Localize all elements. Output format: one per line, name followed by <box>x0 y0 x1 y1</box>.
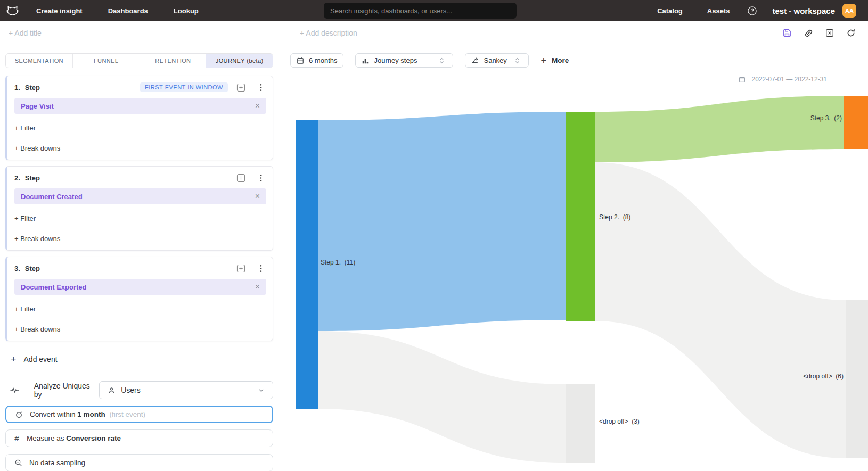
step-number: 1. <box>14 84 20 92</box>
user-icon <box>106 385 117 395</box>
add-event-to-step-icon[interactable] <box>235 172 246 183</box>
sankey-node-dropoff-3[interactable] <box>566 384 595 463</box>
analyze-label: Analyze Uniques by <box>34 382 99 399</box>
add-title-field[interactable]: + Add title <box>9 29 42 37</box>
remove-event-icon[interactable]: × <box>255 102 260 110</box>
add-event-to-step-icon[interactable] <box>235 82 246 93</box>
measure-as-value: Conversion rate <box>66 434 121 442</box>
analyze-by-select[interactable]: Users <box>99 381 273 399</box>
chart-panel: 6 months Journey steps <box>278 46 868 471</box>
navbar-right: Catalog Assets test - workspace AA <box>657 4 856 18</box>
sankey-node-dropoff-6[interactable] <box>846 300 868 458</box>
bar-chart-icon <box>362 57 369 64</box>
node-label-step2: Step 2. (8) <box>599 213 630 221</box>
sankey-node-step1[interactable] <box>296 120 318 409</box>
add-event-button[interactable]: + Add event <box>5 352 273 366</box>
convert-within-suffix: (first event) <box>110 410 146 418</box>
chevron-down-icon <box>256 385 266 395</box>
save-icon[interactable] <box>782 28 792 38</box>
plus-icon: + <box>11 354 17 364</box>
analyze-by-value: Users <box>121 386 141 394</box>
step-title: Step <box>25 174 40 182</box>
measure-as-setting[interactable]: # Measure as Conversion rate <box>5 429 273 447</box>
event-pill[interactable]: Document Exported × <box>14 279 266 295</box>
sankey-node-step3[interactable] <box>844 96 868 149</box>
chart-type-select[interactable]: Journey steps <box>355 53 453 68</box>
search-input[interactable] <box>324 3 517 19</box>
sampling-magnifier-icon <box>13 458 23 468</box>
nav-assets[interactable]: Assets <box>707 7 730 15</box>
link-icon[interactable] <box>803 28 814 38</box>
time-window-button[interactable]: 6 months <box>290 53 343 68</box>
stopwatch-icon <box>13 409 24 420</box>
step-number: 3. <box>14 265 20 272</box>
sankey-icon <box>471 57 479 64</box>
insight-type-tabs: SEGMENTATION FUNNEL RETENTION JOURNEY (b… <box>5 53 273 68</box>
conversion-window-setting[interactable]: Convert within 1 month (first event) <box>5 406 273 423</box>
tab-funnel[interactable]: FUNNEL <box>72 54 140 68</box>
add-filter-button[interactable]: + Filter <box>14 212 266 225</box>
nav-dashboards[interactable]: Dashboards <box>108 7 148 15</box>
workspace-name[interactable]: test - workspace <box>772 6 835 15</box>
step-menu-kebab-icon[interactable] <box>256 172 266 183</box>
nav-lookup[interactable]: Lookup <box>174 7 199 15</box>
flow-step1-to-dropoff <box>318 331 566 463</box>
step-menu-kebab-icon[interactable] <box>256 263 266 274</box>
first-event-badge: FIRST EVENT IN WINDOW <box>140 82 228 92</box>
clear-chart-icon[interactable] <box>824 28 835 38</box>
sankey-chart: Step 1. (11) Step 2. (8) Step 3. (2) <dr… <box>282 75 868 471</box>
query-builder-panel: SEGMENTATION FUNNEL RETENTION JOURNEY (b… <box>0 46 278 471</box>
convert-within-prefix: Convert within <box>30 410 76 418</box>
node-label-dropoff-6: <drop off> (6) <box>803 373 844 380</box>
nav-catalog[interactable]: Catalog <box>657 7 683 15</box>
top-navbar: Create insight Dashboards Lookup Catalog… <box>0 0 868 21</box>
convert-within-value: 1 month <box>77 410 105 418</box>
select-stepper-icon <box>512 55 522 66</box>
cat-logo-icon[interactable] <box>4 3 20 19</box>
add-event-to-step-icon[interactable] <box>235 263 246 274</box>
event-pill[interactable]: Document Created × <box>14 188 266 204</box>
select-stepper-icon <box>436 55 447 66</box>
add-filter-button[interactable]: + Filter <box>14 121 266 134</box>
step-title: Step <box>25 265 40 272</box>
add-event-label: Add event <box>24 355 58 363</box>
refresh-icon[interactable] <box>846 28 856 38</box>
add-filter-button[interactable]: + Filter <box>14 302 266 315</box>
calendar-icon <box>297 57 304 64</box>
sankey-node-step2[interactable] <box>566 112 595 321</box>
viz-type-select[interactable]: Sankey <box>465 53 529 68</box>
tab-journey[interactable]: JOURNEY (beta) <box>206 54 273 68</box>
add-breakdown-button[interactable]: + Break downs <box>14 142 266 154</box>
remove-event-icon[interactable]: × <box>255 283 260 291</box>
help-icon[interactable] <box>747 5 757 16</box>
tab-segmentation[interactable]: SEGMENTATION <box>6 54 72 68</box>
node-label-dropoff-3: <drop off> (3) <box>599 418 640 425</box>
add-breakdown-button[interactable]: + Break downs <box>14 323 266 335</box>
nav-create-insight[interactable]: Create insight <box>36 7 83 15</box>
chart-toolbar: 6 months Journey steps <box>290 53 569 68</box>
insight-header: + Add title + Add description <box>0 21 868 46</box>
analyze-row: Analyze Uniques by Users <box>5 381 273 399</box>
hash-icon: # <box>13 434 21 443</box>
flow-step1-to-step2 <box>318 112 566 331</box>
event-pill[interactable]: Page Visit × <box>14 98 266 114</box>
data-sampling-setting[interactable]: No data sampling <box>5 454 273 471</box>
more-button[interactable]: + More <box>541 56 569 65</box>
event-name: Document Created <box>21 193 83 201</box>
viz-type-value: Sankey <box>484 56 506 64</box>
activity-icon <box>10 385 20 395</box>
panel-divider <box>5 374 273 374</box>
sampling-label: No data sampling <box>29 459 85 467</box>
step-menu-kebab-icon[interactable] <box>256 82 266 93</box>
time-window-value: 6 months <box>309 56 337 64</box>
tab-retention[interactable]: RETENTION <box>140 54 207 68</box>
step-number: 2. <box>14 174 20 182</box>
remove-event-icon[interactable]: × <box>255 192 260 201</box>
measure-as-prefix: Measure as <box>27 434 64 442</box>
event-name: Page Visit <box>21 102 54 110</box>
more-label: More <box>552 56 569 64</box>
add-description-field[interactable]: + Add description <box>300 29 357 37</box>
user-avatar[interactable]: AA <box>842 4 856 18</box>
app-window: Create insight Dashboards Lookup Catalog… <box>0 0 868 471</box>
add-breakdown-button[interactable]: + Break downs <box>14 232 266 245</box>
